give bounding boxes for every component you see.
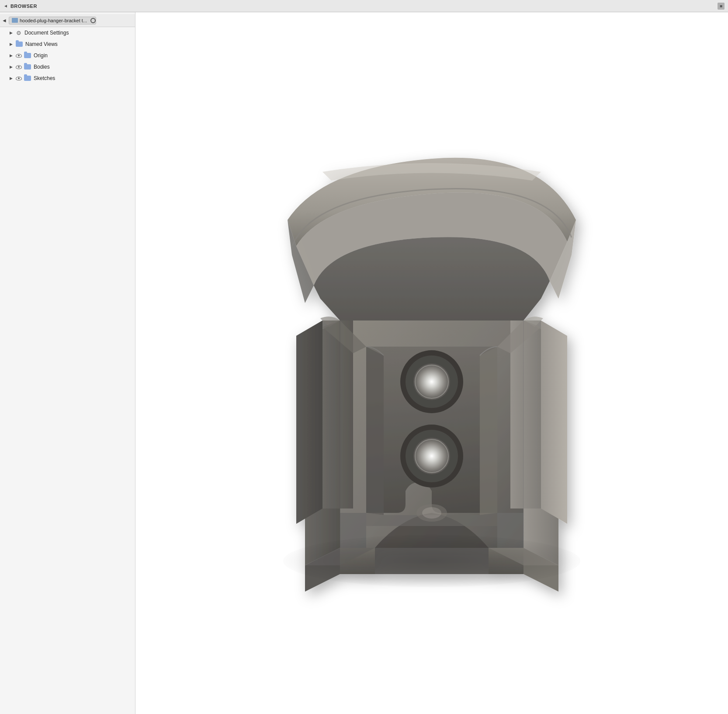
collapse-arrow-icon[interactable]: ◄: [3, 3, 8, 8]
eye-icon[interactable]: [15, 52, 22, 59]
tree-label-named-views: Named Views: [25, 41, 58, 47]
tab-folder-icon: [12, 18, 18, 23]
tab-row: ◄ hooded-plug-hanger-bracket t...: [0, 14, 135, 27]
document-tab[interactable]: hooded-plug-hanger-bracket t...: [9, 17, 96, 24]
svg-point-5: [413, 438, 450, 474]
chevron-right-icon: ▶: [8, 75, 14, 81]
tab-back-arrow-icon[interactable]: ◄: [2, 17, 7, 24]
browser-panel: ◄ hooded-plug-hanger-bracket t... ▶ ⚙ Do…: [0, 12, 135, 714]
chevron-right-icon: ▶: [8, 41, 14, 47]
tree-item-origin[interactable]: ▶ Origin: [0, 50, 135, 61]
3d-viewport[interactable]: [135, 12, 728, 714]
tree-item-sketches[interactable]: ▶ Sketches: [0, 73, 135, 84]
tree-label-origin: Origin: [34, 52, 48, 59]
browser-title: BROWSER: [10, 3, 37, 9]
model-shadow: [283, 535, 580, 587]
folder-icon: [15, 41, 23, 47]
tree-item-named-views[interactable]: ▶ Named Views: [0, 38, 135, 50]
tree-item-document-settings[interactable]: ▶ ⚙ Document Settings: [0, 27, 135, 38]
eye-icon[interactable]: [15, 75, 22, 81]
svg-point-9: [422, 507, 441, 519]
folder-icon: [24, 52, 31, 59]
chevron-right-icon: ▶: [8, 30, 14, 36]
svg-point-2: [413, 363, 450, 400]
main-area: ◄ hooded-plug-hanger-bracket t... ▶ ⚙ Do…: [0, 12, 728, 714]
folder-icon: [24, 64, 31, 70]
chevron-right-icon: ▶: [8, 64, 14, 70]
chevron-right-icon: ▶: [8, 52, 14, 59]
tree-label-sketches: Sketches: [34, 75, 55, 81]
tree-item-bodies[interactable]: ▶ Bodies: [0, 61, 135, 73]
tree-label-document-settings: Document Settings: [24, 30, 69, 36]
eye-icon[interactable]: [15, 64, 22, 70]
tab-filename: hooded-plug-hanger-bracket t...: [20, 18, 87, 23]
tree-label-bodies: Bodies: [34, 64, 50, 70]
model-container: [235, 132, 628, 613]
close-button[interactable]: ■: [718, 3, 725, 10]
folder-icon: [24, 75, 31, 81]
title-bar: ◄ BROWSER ■: [0, 0, 728, 12]
gear-icon: ⚙: [15, 29, 22, 36]
tab-radio-icon: [90, 18, 96, 23]
